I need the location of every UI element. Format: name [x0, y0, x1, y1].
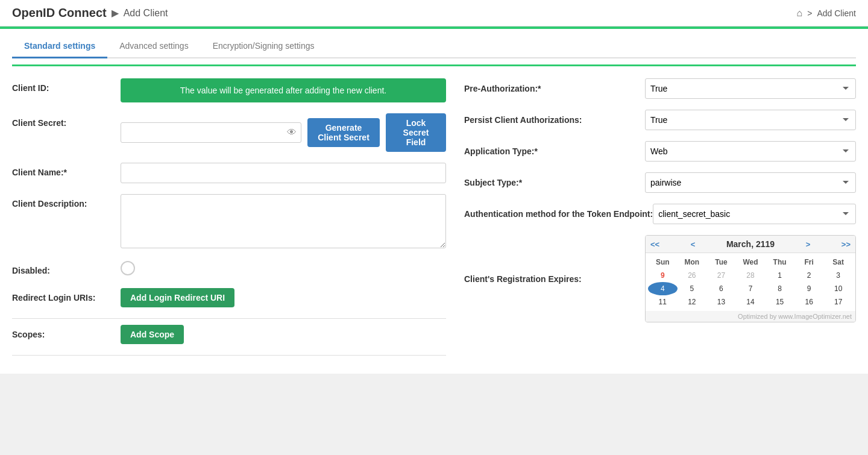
client-description-row: Client Description:	[12, 194, 446, 250]
cal-cell[interactable]: 6	[706, 282, 736, 295]
cal-prev-prev[interactable]: <<	[650, 240, 659, 249]
persist-auth-control: True False	[645, 110, 856, 130]
client-name-control	[121, 163, 446, 183]
day-wed: Wed	[736, 258, 766, 266]
cal-grid: Sun Mon Tue Wed Thu Fri Sat 9	[646, 253, 855, 311]
cal-row-3: 11 12 13 14 15 16 17	[648, 295, 853, 309]
cal-cell[interactable]: 9	[794, 282, 824, 295]
top-bar-right: ⌂ > Add Client	[797, 8, 856, 19]
lock-secret-button[interactable]: Lock Secret Field	[386, 113, 446, 152]
client-name-input[interactable]	[121, 163, 446, 183]
cal-cell[interactable]: 28	[736, 269, 766, 282]
cal-days-header: Sun Mon Tue Wed Thu Fri Sat	[648, 256, 853, 269]
day-thu: Thu	[765, 258, 794, 266]
auth-method-control: client_secret_basic client_secret_post n…	[653, 204, 856, 224]
cal-cell[interactable]: 13	[706, 295, 736, 309]
scopes-label: Scopes:	[12, 325, 121, 339]
cal-cell[interactable]: 15	[765, 295, 794, 309]
cal-cell[interactable]: 10	[823, 282, 853, 295]
secret-input-wrapper: 👁	[121, 122, 301, 143]
app-type-control: Web Native	[645, 141, 856, 162]
pre-auth-select[interactable]: True False	[645, 78, 856, 99]
expires-control: << < March, 2119 > >> Sun Mon Tue Wed	[645, 235, 856, 322]
expires-label: Client's Registration Expires:	[464, 274, 645, 284]
subject-type-control: pairwise public	[645, 172, 856, 193]
client-secret-input[interactable]	[121, 122, 301, 143]
auth-method-row: Authentication method for the Token Endp…	[464, 204, 856, 224]
cal-next-next[interactable]: >>	[841, 240, 851, 249]
cal-cell[interactable]: 5	[678, 282, 707, 295]
top-bar: OpenID Connect ▶ Add Client ⌂ > Add Clie…	[0, 0, 868, 27]
cal-cell[interactable]: 8	[765, 282, 794, 295]
app-type-label: Application Type:*	[464, 146, 645, 156]
add-login-redirect-uri-button[interactable]: Add Login Redirect URI	[121, 288, 234, 307]
breadcrumb-right-sep: >	[807, 8, 812, 18]
cal-cell[interactable]: 14	[736, 295, 766, 309]
client-name-row: Client Name:*	[12, 163, 446, 183]
client-name-label: Client Name:*	[12, 163, 121, 177]
day-mon: Mon	[678, 258, 707, 266]
watermark: Optimized by www.ImageOptimizer.net	[646, 311, 855, 322]
subject-type-row: Subject Type:* pairwise public	[464, 172, 856, 193]
day-sun: Sun	[648, 258, 678, 266]
cal-cell[interactable]: 12	[678, 295, 707, 309]
client-secret-row: Client Secret: 👁 Generate Client Secret …	[12, 113, 446, 152]
cal-title: March, 2119	[726, 239, 775, 249]
cal-row-1: 9 26 27 28 1 2 3	[648, 269, 853, 282]
redirect-uris-label: Redirect Login URIs:	[12, 288, 121, 303]
client-secret-label: Client Secret:	[12, 113, 121, 128]
cal-cell[interactable]: 26	[678, 269, 707, 282]
client-secret-control: 👁 Generate Client Secret Lock Secret Fie…	[121, 113, 446, 152]
cal-cell[interactable]: 1	[765, 269, 794, 282]
auth-method-select[interactable]: client_secret_basic client_secret_post n…	[653, 204, 856, 224]
subject-type-label: Subject Type:*	[464, 178, 645, 187]
cal-next[interactable]: >	[806, 240, 811, 249]
add-scope-button[interactable]: Add Scope	[121, 325, 184, 344]
breadcrumb-page: Add Client	[124, 8, 168, 19]
calendar-widget: << < March, 2119 > >> Sun Mon Tue Wed	[645, 235, 856, 322]
breadcrumb-right-page: Add Client	[817, 8, 856, 18]
green-separator	[12, 64, 856, 66]
app-type-row: Application Type:* Web Native	[464, 141, 856, 162]
tab-advanced[interactable]: Advanced settings	[107, 35, 200, 58]
persist-auth-row: Persist Client Authorizations: True Fals…	[464, 110, 856, 130]
cal-cell[interactable]: 27	[706, 269, 736, 282]
cal-cell[interactable]: 17	[823, 295, 853, 309]
tabs: Standard settings Advanced settings Encr…	[12, 29, 856, 58]
day-sat: Sat	[823, 258, 853, 266]
day-fri: Fri	[794, 258, 824, 266]
cal-prev[interactable]: <	[691, 240, 696, 249]
generate-secret-button[interactable]: Generate Client Secret	[307, 118, 380, 147]
client-id-label: Client ID:	[12, 78, 121, 93]
cal-cell[interactable]: 7	[736, 282, 766, 295]
cal-cell[interactable]: 4	[648, 282, 678, 295]
expires-row: Client's Registration Expires: << < Marc…	[464, 235, 856, 322]
tab-encryption[interactable]: Encryption/Signing settings	[201, 35, 327, 58]
pre-auth-control: True False	[645, 78, 856, 99]
redirect-uris-row: Redirect Login URIs: Add Login Redirect …	[12, 288, 446, 307]
disabled-control	[121, 261, 446, 277]
cal-cell[interactable]: 2	[794, 269, 824, 282]
breadcrumb-sep: ▶	[112, 7, 119, 19]
tab-standard[interactable]: Standard settings	[12, 35, 107, 58]
cal-cell[interactable]: 9	[648, 269, 678, 282]
scopes-control: Add Scope	[121, 325, 446, 344]
day-tue: Tue	[706, 258, 736, 266]
app-type-select[interactable]: Web Native	[645, 141, 856, 162]
pre-auth-label: Pre-Authorization:*	[464, 84, 645, 93]
persist-auth-label: Persist Client Authorizations:	[464, 115, 645, 125]
cal-header: << < March, 2119 > >>	[646, 236, 855, 253]
pre-auth-row: Pre-Authorization:* True False	[464, 78, 856, 99]
cal-cell[interactable]: 16	[794, 295, 824, 309]
form-body: Client ID: The value will be generated a…	[12, 72, 856, 362]
app-title: OpenID Connect	[12, 6, 107, 20]
cal-cell[interactable]: 11	[648, 295, 678, 309]
cal-cell[interactable]: 3	[823, 269, 853, 282]
eye-icon[interactable]: 👁	[287, 127, 297, 138]
home-icon[interactable]: ⌂	[797, 8, 803, 19]
subject-type-select[interactable]: pairwise public	[645, 172, 856, 193]
cal-row-2: 4 5 6 7 8 9 10	[648, 282, 853, 295]
client-description-textarea[interactable]	[121, 194, 446, 248]
disabled-toggle[interactable]	[121, 261, 135, 275]
persist-auth-select[interactable]: True False	[645, 110, 856, 130]
